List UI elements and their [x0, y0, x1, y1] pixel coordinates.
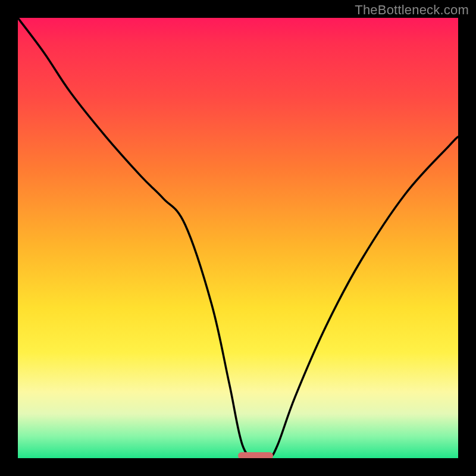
- watermark-text: TheBottleneck.com: [355, 2, 469, 18]
- bottleneck-curve: [18, 18, 458, 458]
- plot-area: [18, 18, 458, 458]
- optimal-range-marker: [238, 452, 273, 458]
- chart-frame: TheBottleneck.com: [0, 0, 476, 476]
